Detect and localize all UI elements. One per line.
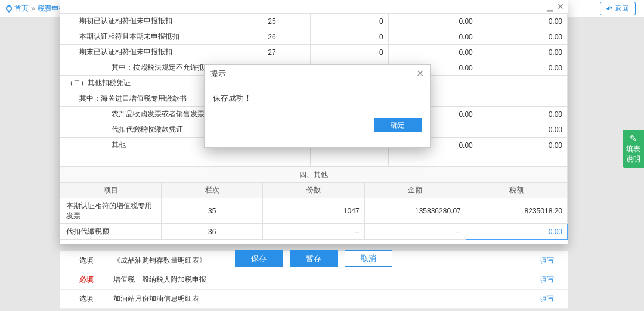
cell-lanci[interactable]: 35	[162, 198, 263, 224]
cell-count[interactable]: 0	[311, 14, 388, 29]
cell-count[interactable]: --	[263, 224, 364, 240]
cell-tax[interactable]: 0.00	[478, 122, 567, 138]
back-button-label: 返回	[615, 4, 629, 14]
col-header-name: 项目	[60, 183, 162, 198]
minimize-icon[interactable]: ▁	[547, 2, 553, 11]
row-name: 代扣代缴税额	[60, 224, 162, 240]
col-header-amount: 金额	[364, 183, 466, 198]
cell-lanci[interactable]: 36	[162, 224, 263, 240]
location-icon	[5, 4, 13, 13]
save-button[interactable]: 保存	[235, 250, 283, 267]
cell-lanci[interactable]: 27	[233, 45, 311, 60]
alert-ok-button[interactable]: 确定	[374, 118, 422, 132]
breadcrumb-home[interactable]: 首页	[14, 4, 29, 14]
cell-lanci[interactable]: 26	[233, 29, 311, 45]
form-tag: 选填	[60, 294, 113, 304]
cell-amount[interactable]: 0.00	[388, 14, 478, 29]
action-button-row: 保存 暂存 取消	[60, 250, 568, 267]
close-icon[interactable]: ✕	[557, 2, 564, 11]
alert-close-icon[interactable]: ✕	[416, 70, 424, 78]
row-name	[60, 153, 233, 167]
cell-tax[interactable]: 0.00	[478, 45, 567, 60]
alert-title: 提示	[210, 69, 226, 79]
breadcrumb-sep: »	[31, 4, 35, 13]
cell-tax[interactable]: 0.00	[478, 138, 567, 153]
table-row: 本期认证相符的增值税专用发票351047135836280.078235018.…	[60, 198, 568, 224]
form-fill-link[interactable]: 填写	[540, 294, 554, 303]
help-tab-label: 填表说明	[626, 145, 640, 163]
alert-message: 保存成功！	[205, 83, 430, 113]
cell-lanci[interactable]: 25	[233, 14, 311, 29]
table-row: 期初已认证相符但未申报抵扣2500.000.00	[60, 14, 568, 29]
cell-count[interactable]: 0	[311, 45, 388, 60]
cell-tax[interactable]: 0.00	[478, 60, 567, 76]
cell[interactable]	[388, 153, 478, 167]
table-row	[60, 153, 568, 167]
cell-tax[interactable]: 0.00	[478, 14, 567, 29]
cell-tax[interactable]	[478, 91, 567, 107]
row-name: 本期认证相符且本期未申报抵扣	[60, 29, 233, 45]
tempsave-button[interactable]: 暂存	[290, 250, 338, 267]
table-row: 本期认证相符且本期未申报抵扣2600.000.00	[60, 29, 568, 45]
alert-dialog: 提示 ✕ 保存成功！ 确定	[204, 64, 431, 148]
section-title: 四、其他	[60, 167, 568, 183]
row-name: 期末已认证相符但未申报抵扣	[60, 45, 233, 60]
cell-tax[interactable]: 0.00	[466, 224, 567, 240]
cancel-button[interactable]: 取消	[345, 250, 392, 267]
cell[interactable]	[478, 153, 567, 167]
form-title: 增值税一般纳税人附加税申报	[113, 275, 526, 285]
form-title: 加油站月份加油信息明细表	[113, 294, 526, 304]
col-header-tax: 税额	[466, 183, 567, 198]
cell-amount[interactable]: 0.00	[388, 45, 478, 60]
form-list-row: 选填 加油站月份加油信息明细表 填写	[60, 290, 568, 309]
cell[interactable]	[233, 153, 311, 167]
cell[interactable]	[311, 153, 388, 167]
form-tag-required: 必填	[60, 275, 113, 285]
row-name: 本期认证相符的增值税专用发票	[60, 198, 162, 224]
cell-tax[interactable]	[478, 76, 567, 91]
back-arrow-icon: ↶	[606, 5, 612, 13]
form-fill-link[interactable]: 填写	[540, 275, 554, 284]
form-list-row: 必填 增值税一般纳税人附加税申报 填写	[60, 270, 568, 290]
cell-amount[interactable]: --	[364, 224, 466, 240]
col-header-lanci: 栏次	[162, 183, 263, 198]
table-row: 代扣代缴税额36----0.00	[60, 224, 568, 240]
cell-amount[interactable]: 135836280.07	[364, 198, 466, 224]
pencil-icon: ✎	[625, 133, 642, 143]
cell-count[interactable]: 0	[311, 29, 388, 45]
cell-tax[interactable]: 0.00	[478, 107, 567, 122]
cell-count[interactable]: 1047	[263, 198, 364, 224]
table-row: 期末已认证相符但未申报抵扣2700.000.00	[60, 45, 568, 60]
other-section-table: 四、其他 项目 栏次 份数 金额 税额 本期认证相符的增值税专用发票351047…	[60, 167, 568, 240]
cell-amount[interactable]: 0.00	[388, 29, 478, 45]
help-tab[interactable]: ✎ 填表说明	[623, 130, 644, 168]
cell-tax[interactable]: 0.00	[478, 29, 567, 45]
col-header-count: 份数	[263, 183, 364, 198]
row-name: 期初已认证相符但未申报抵扣	[60, 14, 233, 29]
cell-tax[interactable]: 8235018.20	[466, 198, 567, 224]
back-button[interactable]: ↶ 返回	[600, 2, 636, 15]
